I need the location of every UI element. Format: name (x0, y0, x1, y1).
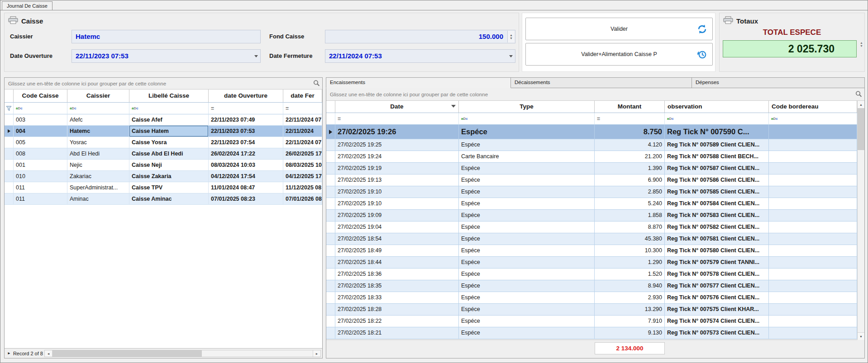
header-caissier[interactable]: Caissier (67, 90, 129, 102)
filter-caissier[interactable]: aDc (67, 103, 129, 114)
table-row[interactable]: 27/02/2025 18:35 Espéce 8.940 Reg Tick N… (326, 280, 857, 292)
filter-code-bordereau[interactable]: aDc (769, 113, 857, 125)
cell-type[interactable]: Espéce (459, 316, 595, 327)
search-icon[interactable] (855, 90, 862, 98)
cell-observation[interactable]: Reg Tick N° 007584 Client CLIEN... (665, 198, 769, 210)
cell-observation[interactable]: Reg Tick N° 007589 Client CLIEN... (665, 139, 769, 151)
table-row[interactable]: 27/02/2025 19:10 Espéce 5.240 Reg Tick N… (326, 198, 857, 210)
table-row[interactable]: 27/02/2025 19:09 Espéce 1.858 Reg Tick N… (326, 210, 857, 222)
header-date[interactable]: Date (335, 101, 459, 113)
fond-caisse-field[interactable]: 150.000 ▲▼ (325, 30, 515, 43)
table-row[interactable]: 27/02/2025 19:19 Espéce 1.390 Reg Tick N… (326, 163, 857, 174)
cell-code-caisse[interactable]: 001 (14, 160, 67, 171)
cell-date-fermeture[interactable]: 04/12/2025 17 (283, 171, 322, 182)
cell-code-bordereau[interactable] (769, 245, 857, 257)
cell-caissier[interactable]: Hatemc (67, 126, 129, 137)
cell-type[interactable]: Espéce (459, 198, 595, 210)
cell-type[interactable]: Carte Bancaire (459, 151, 595, 163)
table-row[interactable]: 27/02/2025 18:44 Espéce 1.290 Reg Tick N… (326, 257, 857, 269)
cell-date-ouverture[interactable]: 04/12/2024 17:54 (209, 171, 283, 182)
cell-code-bordereau[interactable] (769, 186, 857, 198)
table-row[interactable]: 010 Zakariac Caisse Zakaria 04/12/2024 1… (5, 171, 322, 182)
cell-montant[interactable]: 8.870 (595, 222, 665, 233)
filter-date-fermeture[interactable]: = (283, 103, 322, 114)
cell-caissier[interactable]: Zakariac (67, 171, 129, 182)
cell-code-bordereau[interactable] (769, 210, 857, 222)
cell-date-fermeture[interactable]: 22/11/2024 07 (283, 114, 322, 126)
tab-encaissements[interactable]: Encaissements (326, 77, 511, 88)
cell-code-bordereau[interactable] (769, 257, 857, 269)
cell-date[interactable]: 27/02/2025 18:54 (335, 233, 459, 245)
table-row[interactable]: 27/02/2025 19:10 Espéce 2.850 Reg Tick N… (326, 186, 857, 198)
table-row[interactable]: 27/02/2025 19:13 Espéce 6.900 Reg Tick N… (326, 174, 857, 186)
cell-observation[interactable]: Reg Tick N° 007590 C... (665, 125, 769, 139)
cell-caissier[interactable]: Abd El Hedi (67, 148, 129, 160)
filter-code-caisse[interactable]: aDc (14, 103, 67, 114)
cell-observation[interactable]: Reg Tick N° 007585 Client CLIEN... (665, 186, 769, 198)
cell-date-fermeture[interactable]: 22/11/2024 (283, 126, 322, 137)
cell-type[interactable]: Espéce (459, 304, 595, 316)
cell-montant[interactable]: 8.750 (595, 125, 665, 139)
cell-montant[interactable]: 7.910 (595, 316, 665, 327)
scroll-right-icon[interactable]: ► (313, 350, 320, 357)
cell-observation[interactable]: Reg Tick N° 007580 Client CLIEN... (665, 245, 769, 257)
record-nav-icon[interactable]: ► (7, 351, 11, 355)
cell-date-fermeture[interactable]: 11/12/2025 08 (283, 182, 322, 193)
cell-montant[interactable]: 2.930 (595, 292, 665, 304)
cell-montant[interactable]: 13.290 (595, 304, 665, 316)
cell-observation[interactable]: Reg Tick N° 007575 Client KHAR... (665, 304, 769, 316)
cell-montant[interactable]: 5.240 (595, 198, 665, 210)
valider-button[interactable]: Valider (525, 18, 713, 40)
cell-libelle[interactable]: Caisse Abd El Hedi (129, 148, 209, 160)
date-fermeture-field[interactable]: 22/11/2024 07:53 (325, 49, 515, 63)
cell-date[interactable]: 27/02/2025 18:28 (335, 304, 459, 316)
cell-caissier[interactable]: Yosrac (67, 137, 129, 148)
cell-libelle[interactable]: Caisse Zakaria (129, 171, 209, 182)
filter-observation[interactable]: aDc (665, 113, 769, 125)
cell-date[interactable]: 27/02/2025 18:44 (335, 257, 459, 269)
spinner-icon[interactable]: ▲▼ (507, 31, 515, 42)
cell-date[interactable]: 27/02/2025 19:19 (335, 163, 459, 174)
sort-descending-icon[interactable] (451, 105, 456, 108)
cell-code-bordereau[interactable] (769, 269, 857, 280)
cell-code-caisse[interactable]: 005 (14, 137, 67, 148)
cell-date-ouverture[interactable]: 07/01/2025 08:23 (209, 193, 283, 205)
filter-libelle[interactable]: aDc (129, 103, 209, 114)
cell-date-fermeture[interactable]: 07/01/2026 08 (283, 193, 322, 205)
chevron-down-icon[interactable] (509, 55, 513, 57)
caissier-field[interactable]: Hatemc (72, 30, 261, 43)
cell-montant[interactable]: 1.390 (595, 163, 665, 174)
cell-observation[interactable]: Reg Tick N° 007574 Client CLIEN... (665, 316, 769, 327)
filter-montant[interactable]: = (595, 113, 665, 125)
vertical-scrollbar[interactable]: ▲ ▼ (857, 101, 864, 340)
scrollbar-track[interactable] (202, 350, 313, 357)
cell-type[interactable]: Espéce (459, 245, 595, 257)
cell-observation[interactable]: Reg Tick N° 007578 Client CLIEN... (665, 269, 769, 280)
tab-decaissements[interactable]: Décaissements (510, 77, 692, 88)
cell-date[interactable]: 27/02/2025 19:13 (335, 174, 459, 186)
cell-libelle[interactable]: Caisse Afef (129, 114, 209, 126)
caisses-group-panel[interactable]: Glissez une en-tête de colonne ici pour … (5, 78, 322, 90)
cell-code-caisse[interactable]: 003 (14, 114, 67, 126)
scrollbar-thumb[interactable] (52, 350, 202, 357)
cell-code-bordereau[interactable] (769, 198, 857, 210)
cell-libelle[interactable]: Caisse Yosra (129, 137, 209, 148)
cell-date-ouverture[interactable]: 22/11/2023 07:49 (209, 114, 283, 126)
cell-code-bordereau[interactable] (769, 233, 857, 245)
cell-type[interactable]: Espéce (459, 222, 595, 233)
table-row[interactable]: 27/02/2025 18:22 Espéce 7.910 Reg Tick N… (326, 316, 857, 327)
cell-libelle[interactable]: Caisse Neji (129, 160, 209, 171)
cell-code-bordereau[interactable] (769, 304, 857, 316)
cell-caissier[interactable]: Nejic (67, 160, 129, 171)
cell-observation[interactable]: Reg Tick N° 007583 Client CLIEN... (665, 210, 769, 222)
scroll-up-icon[interactable]: ▲ (858, 101, 864, 108)
cell-observation[interactable]: Reg Tick N° 007576 Client CLIEN... (665, 292, 769, 304)
cell-code-caisse[interactable]: 011 (14, 182, 67, 193)
table-row[interactable]: 27/02/2025 18:28 Espéce 13.290 Reg Tick … (326, 304, 857, 316)
cell-caissier[interactable]: SuperAdministrat... (67, 182, 129, 193)
cell-type[interactable]: Espéce (459, 269, 595, 280)
header-date-ouverture[interactable]: date Ouverture (209, 90, 283, 102)
header-libelle-caisse[interactable]: Libellé Caisse (129, 90, 209, 102)
table-row[interactable]: 011 SuperAdministrat... Caisse TPV 11/01… (5, 182, 322, 193)
table-row[interactable]: 27/02/2025 19:24 Carte Bancaire 21.200 R… (326, 151, 857, 163)
